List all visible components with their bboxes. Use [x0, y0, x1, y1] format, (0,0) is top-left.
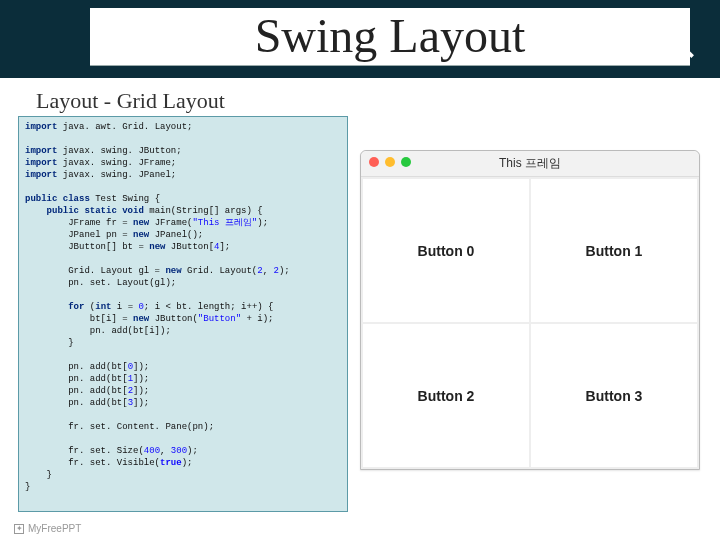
- demo-window: This 프레임 Button 0 Button 1 Button 2 Butt…: [360, 150, 700, 470]
- grid-cols: 2: [273, 266, 278, 276]
- grid-button-0[interactable]: Button 0: [363, 179, 529, 322]
- code-import-1: javax. swing. JButton;: [63, 146, 182, 156]
- watermark-icon: ✦: [14, 524, 24, 534]
- frame-w: 400: [144, 446, 160, 456]
- class-name: Test Swing: [95, 194, 149, 204]
- window-title-bar: This 프레임: [361, 151, 699, 177]
- btn-array-size: 4: [214, 242, 219, 252]
- traffic-lights: [369, 157, 411, 167]
- grid-button-3[interactable]: Button 3: [531, 324, 697, 467]
- button-grid: Button 0 Button 1 Button 2 Button 3: [361, 177, 699, 469]
- add-0: 0: [128, 362, 133, 372]
- grid-button-1[interactable]: Button 1: [531, 179, 697, 322]
- slide: Swing Layout Layout - Grid Layout import…: [0, 0, 720, 540]
- add-2: 2: [128, 386, 133, 396]
- loop-start: 0: [138, 302, 143, 312]
- svg-line-1: [681, 45, 693, 57]
- magnify-icon: [656, 20, 696, 60]
- close-icon[interactable]: [369, 157, 379, 167]
- visible: true: [160, 458, 182, 468]
- page-title: Swing Layout: [90, 8, 690, 66]
- grid-rows: 2: [257, 266, 262, 276]
- watermark-text: MyFreePPT: [28, 523, 81, 534]
- svg-point-0: [661, 25, 684, 48]
- frame-h: 300: [171, 446, 187, 456]
- add-3: 3: [128, 398, 133, 408]
- watermark: ✦ MyFreePPT: [14, 523, 81, 534]
- grid-button-2[interactable]: Button 2: [363, 324, 529, 467]
- btn-label: "Button": [198, 314, 241, 324]
- minimize-icon[interactable]: [385, 157, 395, 167]
- frame-title-arg: "This 프레임": [192, 218, 257, 228]
- add-1: 1: [128, 374, 133, 384]
- code-import-0: java. awt. Grid. Layout;: [63, 122, 193, 132]
- code-import-2: javax. swing. JFrame;: [63, 158, 176, 168]
- window-title: This 프레임: [499, 155, 561, 172]
- code-panel: import java. awt. Grid. Layout; import j…: [18, 116, 348, 512]
- code-import-3: javax. swing. JPanel;: [63, 170, 176, 180]
- section-subtitle: Layout - Grid Layout: [36, 88, 225, 114]
- zoom-icon[interactable]: [401, 157, 411, 167]
